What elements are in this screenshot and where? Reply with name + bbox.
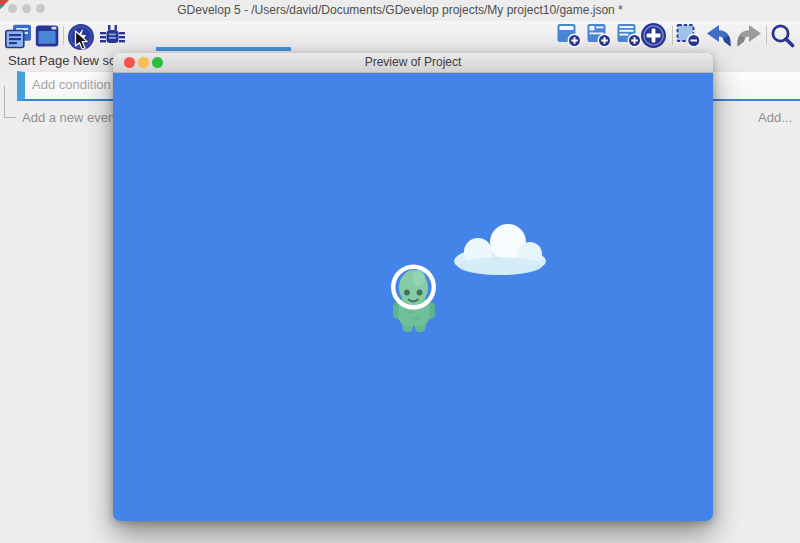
debugger-icon [99,23,126,49]
main-window-titlebar[interactable]: GDevelop 5 - /Users/david/Documents/GDev… [0,0,800,22]
undo-icon [705,24,733,48]
toolbar-separator [672,26,673,45]
scene-editor-icon [35,24,60,48]
add-external-events-icon [617,23,642,48]
preview-window[interactable]: Preview of Project [113,53,713,521]
game-preview-canvas[interactable] [113,73,713,521]
alien-character[interactable] [388,259,440,334]
active-tab-indicator [156,47,291,51]
tab-start-page[interactable]: Start Page [8,50,69,72]
add-condition-link[interactable]: Add condition [25,72,111,98]
main-window-title: GDevelop 5 - /Users/david/Documents/GDev… [0,0,800,21]
toolbar-separator [63,26,64,45]
preview-window-title: Preview of Project [113,53,713,72]
project-manager-icon [5,24,33,49]
redo-button[interactable] [735,24,763,52]
add-external-events-button[interactable] [617,23,642,52]
debugger-button[interactable] [99,23,126,53]
remove-event-icon [676,23,702,48]
cloud [451,223,551,277]
gdevelop-app: GDevelop 5 - /Users/david/Documents/GDev… [0,0,800,543]
add-more-button[interactable]: Add... [758,110,792,125]
search-button[interactable] [770,23,795,52]
remove-event-button[interactable] [676,23,702,52]
add-external-layout-button[interactable] [587,23,612,52]
event-tree-connector [4,117,16,118]
add-external-layout-icon [587,23,612,48]
redo-icon [735,24,763,48]
search-icon [770,23,795,48]
add-event-icon [640,22,667,49]
add-event-button[interactable] [640,22,667,53]
project-manager-button[interactable] [5,24,33,53]
toolbar [0,21,800,50]
event-tree-connector [4,86,5,118]
add-new-event-button[interactable]: Add a new event [22,110,119,125]
preview-window-titlebar[interactable]: Preview of Project [113,53,713,73]
undo-button[interactable] [705,24,733,52]
scene-editor-button[interactable] [35,24,60,52]
add-scene-button[interactable] [557,23,582,52]
toolbar-separator [766,26,767,45]
add-scene-icon [557,23,582,48]
mouse-cursor [74,30,89,51]
